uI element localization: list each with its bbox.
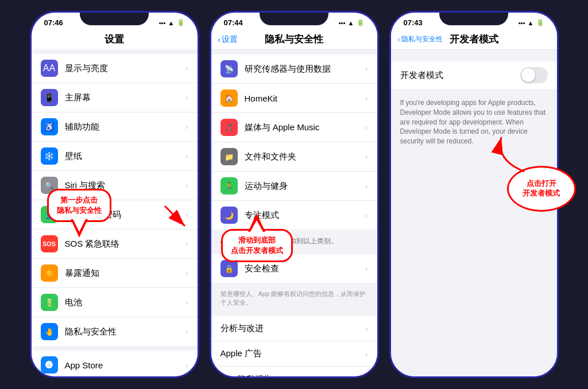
exposure-icon: ☀️ [41,264,58,282]
safety-icon: 🔒 [220,260,238,277]
nav-back3[interactable]: ‹ 隐私与安全性 [398,34,443,44]
p2-item-focus[interactable]: 🌙 专注模式 › [211,201,377,229]
notch2 [260,13,328,25]
display-icon: AA [41,60,58,77]
status-icons2: ▪▪▪▲🔋 [339,19,365,26]
sos-icon: SOS [41,235,58,252]
notch3 [439,13,508,25]
status-icons1: ▪▪▪ ▲ 🔋 [159,19,185,26]
notch1 [80,13,149,25]
screen2[interactable]: 📡 研究传感器与使用数据 › 🏠 HomeKit › 🎵 媒体与 Apple M… [211,50,377,376]
nav-title3: 开发者模式 [450,33,498,46]
item-accessibility[interactable]: ♿ 辅助功能 › [32,112,198,142]
nav-bar1: 设置 [32,29,198,49]
annotation-bubble2: 滑动到底部点击开发者模式 [221,229,293,262]
p3-devmode-toggle-item[interactable]: 开发者模式 [391,61,557,89]
section1-2: 🅐 App Store › 💳 钱包与 Apple Pay › [32,351,198,376]
item-homescreen[interactable]: 📱 主屏幕 › [32,83,198,112]
p2-item-sensor[interactable]: 📡 研究传感器与使用数据 › [211,55,377,84]
sensor-icon: 📡 [220,60,238,77]
item-display[interactable]: AA 显示与亮度 › [32,54,198,83]
nav-bar2: ‹ 设置 隐私与安全性 [211,29,377,50]
annotation-bubble1: 第一步点击隐私与安全性 [47,189,111,222]
phone1-wrapper: 07:46 ▪▪▪ ▲ 🔋 设置 AA 显示与亮度 › 📱 主屏幕 [30,11,199,378]
nav-title1: 设置 [105,33,124,46]
item-privacy[interactable]: 🤚 隐私与安全性 › [32,317,198,346]
phone2-wrapper: 07:44 ▪▪▪▲🔋 ‹ 设置 隐私与安全性 📡 研究传感器与使用数据 › 🏠… [210,11,379,378]
item-wallpaper[interactable]: ❄️ 壁纸 › [32,142,198,171]
accessibility-icon: ♿ [41,118,58,135]
focus-icon: 🌙 [220,207,238,224]
nav-back2[interactable]: ‹ 设置 [218,34,238,45]
devmode-toggle[interactable] [520,67,548,83]
item-exposure[interactable]: ☀️ 暴露通知 › [32,259,198,288]
p3-toggle-section: 开发者模式 [391,61,557,89]
arrow3 [484,126,530,183]
arrow1 [159,200,194,235]
p2-item-ads[interactable]: Apple 广告 › [211,341,377,367]
appstore-icon: 🅐 [41,356,58,374]
time1: 07:46 [44,18,63,27]
p2-section1: 📡 研究传感器与使用数据 › 🏠 HomeKit › 🎵 媒体与 Apple M… [211,55,377,229]
svg-line-2 [165,206,185,226]
status-icons3: ▪▪▪▲🔋 [519,19,544,26]
phone2-frame: 07:44 ▪▪▪▲🔋 ‹ 设置 隐私与安全性 📡 研究传感器与使用数据 › 🏠… [210,11,379,378]
screen3: 开发者模式 If you're developing apps for Appl… [391,50,557,376]
phone3-wrapper: 07:43 ▪▪▪▲🔋 ‹ 隐私与安全性 开发者模式 开发者模式 If you'… [389,11,559,378]
item-appstore[interactable]: 🅐 App Store › [32,351,198,376]
p2-section3: 分析与改进 › Apple 广告 › App 隐私报告 › [211,316,377,376]
developer-description: If you're developing apps for Apple prod… [391,94,557,151]
nav-bar3: ‹ 隐私与安全性 开发者模式 [391,29,557,50]
wallpaper-icon: ❄️ [41,147,58,165]
privacy-icon: 🤚 [41,323,58,340]
nav-title2: 隐私与安全性 [265,33,323,46]
p2-item-fitness[interactable]: 🏃 运动与健身 › [211,172,377,201]
files-icon: 📁 [220,148,238,165]
p2-item-homekit[interactable]: 🏠 HomeKit › [211,84,377,113]
homescreen-icon: 📱 [41,89,58,106]
fitness-icon: 🏃 [220,177,238,194]
item-battery[interactable]: 🔋 电池 › [32,288,198,317]
toggle-knob [521,68,535,82]
time2: 07:44 [224,18,243,27]
p2-item-privacy-report[interactable]: App 隐私报告 › [211,367,377,376]
homekit-icon: 🏠 [220,90,238,107]
p2-footer2: 留意哪些人、App 能够有权访问您的信息，从而保护个人安全。 [211,287,377,312]
p2-item-media[interactable]: 🎵 媒体与 Apple Music › [211,113,377,142]
media-icon: 🎵 [220,119,238,136]
time3: 07:43 [404,18,423,27]
battery-icon: 🔋 [41,294,58,311]
p2-item-analytics[interactable]: 分析与改进 › [211,316,377,341]
p2-item-files[interactable]: 📁 文件和文件夹 › [211,142,377,172]
